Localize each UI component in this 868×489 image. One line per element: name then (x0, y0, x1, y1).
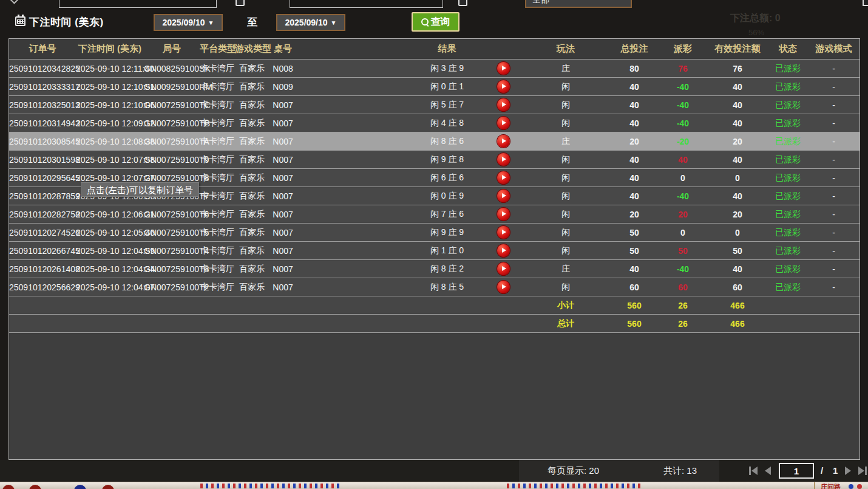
table-row[interactable]: 2509101202614082025-09-10 12:04:34GN0072… (9, 260, 860, 278)
first-page-button[interactable] (751, 467, 758, 475)
replay-icon[interactable] (497, 135, 510, 148)
order-cell[interactable]: 250910120325013 (9, 100, 76, 110)
collapse-icon[interactable] (8, 0, 19, 4)
round-cell: GN007259100TB (144, 118, 200, 128)
total-row-valid-bet: 466 (707, 319, 768, 329)
table-row[interactable]: 2509101202566292025-09-10 12:04:07GN0072… (9, 278, 860, 296)
valid-bet-cell: 0 (707, 228, 768, 238)
result-cell: 闲 3 庄 9 (297, 63, 485, 74)
date-to-select[interactable]: 2025/09/10 ▼ (276, 14, 345, 31)
platform-cell: 卡卡湾厅 (200, 209, 235, 220)
order-cell[interactable]: 250910120261408 (9, 264, 76, 274)
top-dropdown[interactable]: 全部 ▼ (525, 0, 632, 8)
replay-icon[interactable] (497, 208, 510, 221)
game-mode-cell: - (808, 173, 860, 183)
status-cell: 已派彩 (768, 227, 808, 238)
round-cell: GN007259100T3 (144, 264, 200, 274)
order-cell[interactable]: 250910120314943 (9, 118, 76, 128)
total-row-label: 总计 (521, 318, 610, 329)
platform-cell: 卡卡湾厅 (200, 245, 235, 256)
top-input-2[interactable] (290, 0, 443, 8)
query-button[interactable]: 查询 (412, 12, 459, 32)
chevron-down-icon: ▼ (331, 19, 337, 26)
total-bet-cell: 40 (610, 173, 659, 183)
replay-icon[interactable] (497, 62, 510, 75)
replay-icon[interactable] (497, 80, 510, 93)
top-corner-icon[interactable] (863, 0, 868, 6)
replay-cell (485, 226, 521, 239)
order-cell[interactable]: 250910120295645 (9, 173, 76, 183)
replay-icon[interactable] (497, 171, 510, 184)
date-from-select[interactable]: 2025/09/10 ▼ (154, 14, 223, 31)
order-cell[interactable]: 250910120266745 (9, 246, 76, 256)
order-cell[interactable]: 250910120333317 (9, 82, 76, 92)
replay-icon[interactable] (497, 117, 510, 129)
next-page-button[interactable] (845, 467, 851, 475)
header-time: 下注时间 (美东) (76, 43, 144, 55)
first-page-icon[interactable] (749, 467, 751, 475)
pagination-bar: 每页显示: 20 共计: 13 / 1 (0, 460, 868, 482)
replay-icon[interactable] (497, 281, 510, 293)
platform-cell: 卡卡湾厅 (200, 191, 235, 202)
page-input[interactable] (779, 463, 814, 479)
order-cell[interactable]: 250910120282758 (9, 210, 76, 219)
platform-cell: 卡卡湾厅 (200, 63, 235, 74)
top-input-1[interactable] (59, 0, 217, 8)
last-page-button[interactable] (858, 467, 864, 475)
result-cell: 闲 7 庄 6 (297, 209, 485, 220)
result-cell: 闲 8 庄 2 (297, 264, 485, 275)
table-row[interactable]: 2509101202667452025-09-10 12:04:59GN0072… (9, 242, 860, 260)
status-cell: 已派彩 (768, 118, 808, 129)
round-cell: GN007259100T8 (144, 173, 200, 183)
header-result: 结果 (297, 43, 485, 55)
order-cell[interactable]: 250910120342825 (9, 64, 76, 74)
to-label: 至 (247, 15, 257, 29)
replay-icon[interactable] (497, 244, 510, 257)
table-no-cell: N007 (269, 282, 297, 292)
result-cell: 闲 8 庄 6 (297, 136, 485, 147)
game-mode-cell: - (808, 100, 860, 110)
order-cell[interactable]: 250910120301598 (9, 155, 76, 165)
header-status: 状态 (768, 43, 808, 55)
table-row[interactable]: 2509101203085452025-09-10 12:08:38GN0072… (9, 132, 860, 151)
header-round: 局号 (144, 43, 200, 55)
table-row[interactable]: 2509101203015982025-09-10 12:07:58GN0072… (9, 151, 860, 169)
table-row[interactable]: 2509101202745262025-09-10 12:05:40GN0072… (9, 224, 860, 242)
prev-page-button[interactable] (765, 467, 771, 475)
table-row[interactable]: 2509101203428252025-09-10 12:11:40GN0082… (9, 60, 860, 78)
top-calendar-icon-1[interactable] (236, 0, 245, 6)
last-page-icon[interactable] (865, 467, 867, 475)
background-game-strip: 庄问路 (0, 482, 868, 489)
table-row[interactable]: 2509101203149432025-09-10 12:09:12GN0072… (9, 114, 860, 132)
table-row[interactable]: 2509101203250132025-09-10 12:10:06GN0072… (9, 96, 860, 114)
table-row[interactable]: 2509101203333172025-09-10 12:10:51GN0092… (9, 78, 860, 96)
game-mode-cell: - (808, 264, 860, 274)
round-cell: GN007259100TC (144, 100, 200, 110)
time-cell: 2025-09-10 12:10:51 (76, 82, 144, 92)
table-no-cell: N007 (269, 155, 297, 165)
copy-tooltip: 点击(左击)可以复制订单号 (81, 182, 199, 197)
payout-cell: 60 (659, 282, 707, 292)
replay-cell (485, 153, 521, 166)
time-cell: 2025-09-10 12:06:21 (76, 210, 144, 219)
search-icon (421, 18, 429, 26)
time-cell: 2025-09-10 12:05:40 (76, 228, 144, 238)
game-type-cell: 百家乐 (235, 63, 269, 74)
round-cell: GN008259100SK (144, 64, 200, 74)
replay-icon[interactable] (497, 190, 510, 202)
replay-icon[interactable] (497, 153, 510, 166)
status-cell: 已派彩 (768, 282, 808, 293)
payout-cell: 40 (659, 155, 707, 165)
valid-bet-cell: 20 (707, 210, 768, 219)
order-cell[interactable]: 250910120308545 (9, 137, 76, 146)
order-cell[interactable]: 250910120256629 (9, 282, 76, 292)
order-cell[interactable]: 250910120287859 (9, 191, 76, 201)
valid-bet-cell: 40 (707, 264, 768, 274)
game-icon (2, 485, 15, 489)
replay-icon[interactable] (497, 226, 510, 239)
order-cell[interactable]: 250910120274526 (9, 228, 76, 238)
replay-icon[interactable] (497, 98, 510, 111)
replay-icon[interactable] (497, 262, 510, 275)
top-calendar-icon-2[interactable] (458, 0, 467, 6)
table-row[interactable]: 2509101202827582025-09-10 12:06:21GN0072… (9, 205, 860, 224)
